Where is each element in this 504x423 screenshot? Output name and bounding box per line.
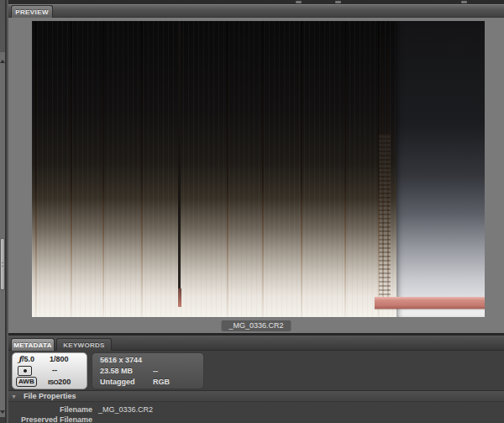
photo-chain-texture	[379, 134, 391, 305]
color-mode-value: RGB	[153, 378, 170, 386]
file-properties-section-header[interactable]: ▼ File Properties	[8, 390, 504, 402]
photo-slat-line	[227, 21, 228, 317]
metadata-tab-bar: METADATA KEYWORDS	[8, 336, 504, 351]
adjacent-panel-scrollbar	[0, 0, 8, 423]
image-dimensions-value: 5616 x 3744	[100, 356, 142, 364]
photo-slat-line	[301, 21, 302, 317]
scroll-down-icon[interactable]	[0, 410, 5, 414]
toolbar-divider-tick	[335, 1, 341, 3]
photo-slat-line	[35, 21, 37, 317]
shutter-speed-value: 1/800	[50, 355, 69, 363]
filename-label: Filename	[8, 404, 92, 415]
toolbar-divider-tick	[296, 1, 302, 3]
scrollbar-thumb[interactable]	[0, 238, 5, 290]
file-info-placard: 5616 x 3744 23.58 MB -- Untagged RGB	[92, 352, 204, 389]
photo-dark-rod	[178, 21, 181, 290]
preview-panel: _MG_0336.CR2	[8, 18, 504, 333]
exposure-compensation-value: --	[52, 366, 57, 374]
tab-keywords[interactable]: KEYWORDS	[56, 338, 112, 351]
photo-slat-line	[71, 21, 72, 317]
disclosure-triangle-icon[interactable]: ▼	[11, 394, 17, 400]
photo-pink-rail	[375, 297, 485, 309]
preview-image[interactable]	[32, 21, 485, 317]
photo-rod-red-tip	[178, 288, 181, 307]
aperture-value: ƒ/5.0	[18, 355, 34, 363]
filename-value[interactable]: _MG_0336.CR2	[98, 404, 153, 415]
tab-metadata[interactable]: METADATA	[11, 338, 55, 351]
section-title: File Properties	[24, 391, 76, 402]
preview-filename-caption[interactable]: _MG_0336.CR2	[221, 320, 291, 331]
photo-slat-line	[262, 21, 264, 317]
preview-metadata-column: PREVIEW _MG_0336.CR2 METADATA KE	[8, 0, 504, 423]
photo-slat-line	[344, 21, 346, 317]
photo-window-edge-region	[396, 21, 485, 317]
metadata-row-preserved-filename: Preserved Filename	[8, 415, 504, 423]
metadata-panel: METADATA KEYWORDS ƒ/5.0 1/800 -- AWB ISO…	[8, 336, 504, 423]
camera-settings-placard: ƒ/5.0 1/800 -- AWB ISO200	[12, 352, 87, 389]
tab-preview[interactable]: PREVIEW	[11, 5, 53, 18]
white-balance-badge: AWB	[16, 377, 37, 387]
resolution-value: --	[153, 367, 158, 375]
panel-edge-cap-bottom	[0, 417, 5, 423]
scroll-up-icon[interactable]	[0, 60, 5, 63]
preview-tab-bar: PREVIEW	[8, 4, 504, 18]
panel-edge-cap	[0, 0, 5, 52]
metadata-row-filename: Filename _MG_0336.CR2	[8, 404, 504, 415]
photo-slat-line	[102, 21, 104, 317]
preserved-filename-label: Preserved Filename	[8, 415, 92, 423]
file-size-value: 23.58 MB	[100, 367, 133, 375]
iso-value: ISO200	[48, 378, 71, 386]
label-status-value: Untagged	[100, 378, 135, 386]
toolbar-divider-tick	[461, 1, 467, 3]
spot-metering-icon	[18, 366, 32, 378]
photo-slat-line	[141, 21, 143, 317]
